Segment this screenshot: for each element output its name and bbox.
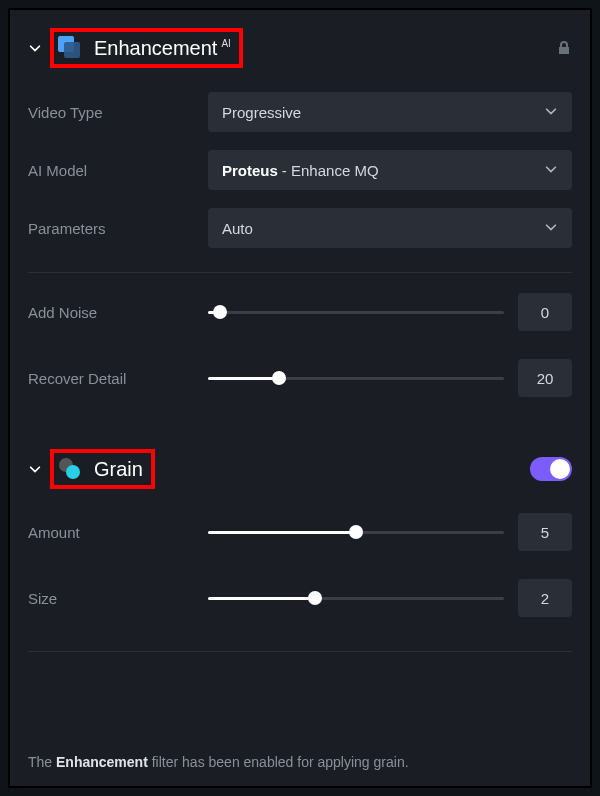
chevron-down-icon [544, 104, 558, 121]
grain-size-slider[interactable] [208, 589, 504, 607]
grain-amount-label: Amount [28, 524, 208, 541]
add-noise-value[interactable]: 0 [518, 293, 572, 331]
ai-model-select[interactable]: Proteus - Enhance MQ [208, 150, 572, 190]
ai-model-label: AI Model [28, 162, 208, 179]
divider [28, 651, 572, 652]
recover-detail-value[interactable]: 20 [518, 359, 572, 397]
enhancement-title-highlight: EnhancementAI [50, 28, 243, 68]
chevron-down-icon[interactable] [28, 462, 42, 476]
grain-size-row: Size 2 [28, 579, 572, 617]
footer-note: The Enhancement filter has been enabled … [28, 740, 572, 776]
recover-detail-slider[interactable] [208, 369, 504, 387]
grain-amount-slider[interactable] [208, 523, 504, 541]
enhancement-icon [58, 36, 82, 60]
add-noise-slider[interactable] [208, 303, 504, 321]
grain-size-label: Size [28, 590, 208, 607]
grain-amount-value[interactable]: 5 [518, 513, 572, 551]
recover-detail-label: Recover Detail [28, 370, 208, 387]
divider [28, 272, 572, 273]
recover-detail-row: Recover Detail 20 [28, 359, 572, 397]
video-type-select[interactable]: Progressive [208, 92, 572, 132]
chevron-down-icon [544, 220, 558, 237]
ai-model-row: AI Model Proteus - Enhance MQ [28, 150, 572, 190]
add-noise-label: Add Noise [28, 304, 208, 321]
grain-amount-row: Amount 5 [28, 513, 572, 551]
grain-icon [58, 457, 82, 481]
grain-toggle[interactable] [530, 457, 572, 481]
video-type-row: Video Type Progressive [28, 92, 572, 132]
add-noise-row: Add Noise 0 [28, 293, 572, 331]
parameters-row: Parameters Auto [28, 208, 572, 248]
grain-title: Grain [94, 458, 143, 481]
chevron-down-icon [544, 162, 558, 179]
settings-panel: EnhancementAI Video Type Progressive AI … [8, 8, 592, 788]
grain-title-highlight: Grain [50, 449, 155, 489]
enhancement-title: EnhancementAI [94, 37, 231, 60]
video-type-label: Video Type [28, 104, 208, 121]
grain-header: Grain [28, 449, 572, 489]
lock-icon [556, 40, 572, 56]
parameters-select[interactable]: Auto [208, 208, 572, 248]
parameters-label: Parameters [28, 220, 208, 237]
enhancement-header: EnhancementAI [28, 28, 572, 68]
chevron-down-icon[interactable] [28, 41, 42, 55]
grain-size-value[interactable]: 2 [518, 579, 572, 617]
